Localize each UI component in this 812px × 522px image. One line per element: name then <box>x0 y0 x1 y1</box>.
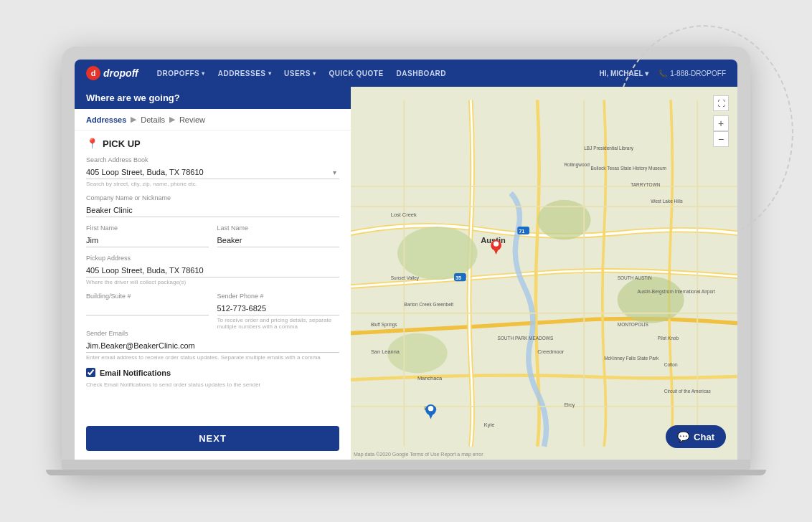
section-title-pickup: 📍 PICK UP <box>86 138 339 149</box>
form-section: 📍 PICK UP Search Address Book ▾ Search b… <box>75 130 351 417</box>
first-name-input[interactable] <box>86 234 209 247</box>
svg-text:SOUTH AUSTIN: SOUTH AUSTIN <box>618 275 652 280</box>
chat-button[interactable]: 💬 Chat <box>666 425 726 448</box>
svg-point-1 <box>397 227 478 280</box>
name-row: First Name Last Name <box>86 224 339 255</box>
zoom-in-button[interactable]: + <box>713 115 729 131</box>
breadcrumb-step2[interactable]: Details <box>141 115 165 124</box>
email-notifications-checkbox[interactable] <box>86 368 95 377</box>
phone-hint: To receive order and pricing details, se… <box>217 317 340 330</box>
nav-addresses[interactable]: ADDRESSES ▾ <box>218 70 271 77</box>
fullscreen-button[interactable]: ⛶ <box>713 95 729 111</box>
email-notifications-label[interactable]: Email Notifications <box>100 369 171 377</box>
svg-text:MONTOPOLIS: MONTOPOLIS <box>618 322 649 327</box>
email-hint: Enter email address to receive order sta… <box>86 354 339 361</box>
svg-text:Circuit of the Americas: Circuit of the Americas <box>664 389 712 394</box>
email-input[interactable] <box>86 339 339 353</box>
nav-dropoffs[interactable]: DROPOFFS ▾ <box>157 70 205 77</box>
svg-text:SOUTH PARK MEADOWS: SOUTH PARK MEADOWS <box>497 336 554 341</box>
svg-text:Lost Creek: Lost Creek <box>391 212 417 218</box>
company-label: Company Name or Nickname <box>86 194 339 201</box>
breadcrumb-step3[interactable]: Review <box>179 115 205 124</box>
svg-text:Bullock Texas State History Mu: Bullock Texas State History Museum <box>591 166 666 171</box>
svg-text:West Lake Hills: West Lake Hills <box>651 199 683 204</box>
svg-point-45 <box>428 406 433 411</box>
chevron-down-icon: ▾ <box>202 70 205 77</box>
svg-text:Colton: Colton <box>664 362 678 367</box>
last-name-field: Last Name <box>217 224 340 247</box>
svg-text:Creedmoor: Creedmoor <box>537 348 565 355</box>
svg-text:Kyle: Kyle <box>484 422 494 428</box>
nav-quick-quote[interactable]: QUICK QUOTE <box>329 70 384 77</box>
nav-right: HI, MICHAEL ▾ 📞 1-888-DROPOFF <box>599 70 726 77</box>
chevron-down-icon: ▾ <box>268 70 272 77</box>
svg-text:35: 35 <box>455 275 461 281</box>
breadcrumb: Addresses ▶ Details ▶ Review <box>75 109 351 130</box>
svg-text:Sunset Valley: Sunset Valley <box>391 275 420 281</box>
email-notifications-row: Email Notifications <box>86 368 339 377</box>
first-name-field: First Name <box>86 224 209 247</box>
map-svg: Austin Lost Creek Rollingwood TARRYTOWN … <box>351 87 737 460</box>
nav-users[interactable]: USERS ▾ <box>284 70 316 77</box>
phone-icon: 📞 <box>658 70 667 77</box>
next-button[interactable]: NEXT <box>86 426 339 451</box>
nav-phone: 📞 1-888-DROPOFF <box>658 70 726 77</box>
svg-text:Elroy: Elroy <box>564 402 575 408</box>
left-panel: Where are we going? Addresses ▶ Details … <box>75 87 351 460</box>
pickup-address-hint: Where the driver will collect package(s) <box>86 279 339 285</box>
last-name-label: Last Name <box>217 224 340 232</box>
chat-label: Chat <box>694 432 714 442</box>
svg-point-42 <box>494 241 499 246</box>
logo[interactable]: d dropoff <box>86 66 138 80</box>
email-notifications-hint: Check Email Notifications to send order … <box>86 381 339 388</box>
search-address-field: Search Address Book ▾ Search by street, … <box>86 156 339 187</box>
nav-user-menu[interactable]: HI, MICHAEL ▾ <box>599 70 648 77</box>
pickup-address-label: Pickup Address <box>86 255 339 262</box>
breadcrumb-arrow-2: ▶ <box>169 115 175 124</box>
phone-field: Sender Phone # To receive order and pric… <box>217 293 340 330</box>
content-area: Where are we going? Addresses ▶ Details … <box>75 87 737 460</box>
map-area[interactable]: Austin Lost Creek Rollingwood TARRYTOWN … <box>351 87 737 460</box>
email-label: Sender Emails <box>86 330 339 337</box>
building-phone-row: Building/Suite # Sender Phone # To recei… <box>86 293 339 330</box>
navbar: d dropoff DROPOFFS ▾ ADDRESSES ▾ USERS ▾… <box>75 60 737 87</box>
building-input[interactable] <box>86 302 209 315</box>
breadcrumb-arrow-1: ▶ <box>131 115 136 124</box>
logo-icon: d <box>86 66 100 80</box>
building-label: Building/Suite # <box>86 293 209 300</box>
company-field: Company Name or Nickname <box>86 194 339 217</box>
svg-text:Austin-Bergstrom International: Austin-Bergstrom International Airport <box>638 289 716 295</box>
search-address-input[interactable] <box>86 166 339 179</box>
svg-text:Rollingwood: Rollingwood <box>564 162 590 168</box>
svg-text:Barton Creek Greenbelt: Barton Creek Greenbelt <box>404 302 453 307</box>
pickup-address-input[interactable] <box>86 264 339 277</box>
search-address-label: Search Address Book <box>86 156 339 163</box>
company-input[interactable] <box>86 204 339 217</box>
chat-icon: 💬 <box>677 431 689 442</box>
breadcrumb-step1[interactable]: Addresses <box>86 115 126 124</box>
email-field: Sender Emails Enter email address to rec… <box>86 330 339 361</box>
phone-label: Sender Phone # <box>217 293 340 300</box>
first-name-label: First Name <box>86 224 209 232</box>
nav-dashboard[interactable]: DASHBOARD <box>397 70 447 77</box>
svg-text:Bluff Springs: Bluff Springs <box>371 322 397 328</box>
pickup-address-field: Pickup Address Where the driver will col… <box>86 255 339 285</box>
map-attribution: Map data ©2020 Google Terms of Use Repor… <box>354 452 483 457</box>
map-controls: ⛶ + − <box>713 95 729 147</box>
last-name-input[interactable] <box>217 234 340 247</box>
logo-text: dropoff <box>103 67 138 79</box>
phone-input[interactable] <box>217 302 340 315</box>
building-field: Building/Suite # <box>86 293 209 330</box>
search-address-hint: Search by street, city, zip, name, phone… <box>86 181 339 187</box>
svg-text:Manchaca: Manchaca <box>417 375 443 381</box>
svg-text:San Leanna: San Leanna <box>371 348 400 355</box>
pin-icon: 📍 <box>86 138 98 149</box>
zoom-out-button[interactable]: − <box>713 131 729 147</box>
svg-text:TARRYTOWN: TARRYTOWN <box>631 182 660 187</box>
svg-text:Pilot Knob: Pilot Knob <box>657 336 679 341</box>
panel-header: Where are we going? <box>75 87 351 109</box>
svg-point-3 <box>618 277 684 323</box>
svg-text:71: 71 <box>519 228 524 234</box>
chevron-down-icon: ▾ <box>313 70 316 77</box>
svg-text:McKinney Falls State Park: McKinney Falls State Park <box>604 356 659 361</box>
